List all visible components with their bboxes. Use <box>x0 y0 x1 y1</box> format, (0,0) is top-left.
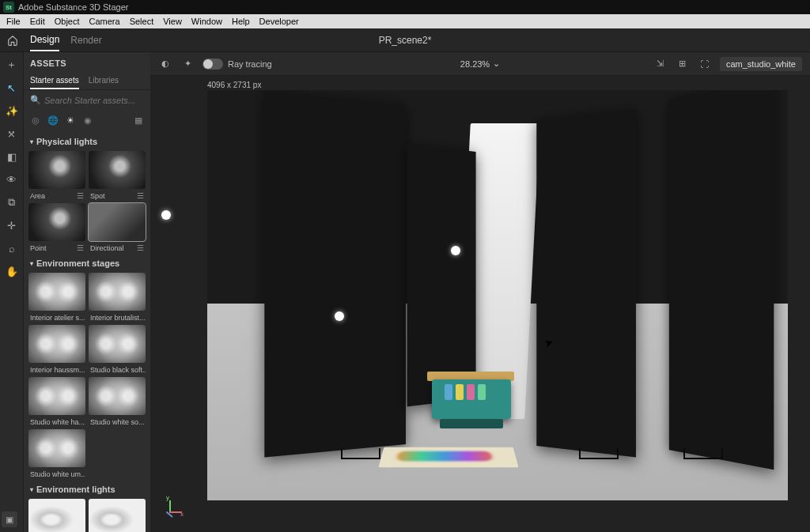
asset-card-env[interactable]: Studio white um...☰ <box>28 429 85 478</box>
chevron-down-icon: ⌄ <box>493 58 500 69</box>
scene-machine[interactable] <box>416 364 527 443</box>
assets-tabs: Starter assets Libraries <box>24 73 150 90</box>
menu-object[interactable]: Object <box>50 15 85 28</box>
select-arrow-icon[interactable]: ↖ <box>4 80 20 96</box>
raytracing-label: Ray tracing <box>228 59 272 69</box>
menu-edit[interactable]: Edit <box>25 15 50 28</box>
tool-strip: ＋ ↖ ✨ ⤧ ◧ 👁 ⧉ ✛ ⌕ ✋ ▣ <box>0 52 24 532</box>
chevron-down-icon: ▾ <box>30 138 33 145</box>
raytracing-toggle[interactable] <box>202 58 223 70</box>
viewport-toolbar: ◐ ✦ Ray tracing 28.23% ⌄ ⇲ ⊞ ⛶ cam_studi… <box>150 52 810 76</box>
assets-panel: ASSETS Starter assets Libraries 🔍 ◎ 🌐 ☀ … <box>24 52 150 532</box>
filter-spot-icon[interactable]: ◉ <box>82 115 93 126</box>
home-icon[interactable] <box>6 34 19 47</box>
eye-icon[interactable]: 👁 <box>4 172 20 187</box>
duplicate-icon[interactable]: ⧉ <box>4 194 20 210</box>
adjust-icon[interactable]: ☰ <box>77 191 84 200</box>
grid-icon[interactable]: ⊞ <box>676 57 690 71</box>
section-environment-lights[interactable]: ▾ Environment lights <box>27 478 147 499</box>
hand-icon[interactable]: ✋ <box>4 263 20 279</box>
mode-design[interactable]: Design <box>30 29 59 51</box>
thumb-area-light <box>28 151 85 189</box>
cube-icon[interactable]: ◧ <box>4 149 20 164</box>
thumb-point-light <box>28 203 85 241</box>
adjust-icon[interactable]: ☰ <box>145 417 146 426</box>
thumb-spot-light <box>89 151 146 189</box>
window-titlebar: St Adobe Substance 3D Stager <box>0 0 810 14</box>
maximize-icon[interactable]: ⛶ <box>698 57 712 71</box>
viewport[interactable]: 4096 x 2731 px <box>150 76 810 532</box>
tab-starter-assets[interactable]: Starter assets <box>30 73 79 89</box>
scene-stand <box>579 448 619 459</box>
search-tool-icon[interactable]: ⌕ <box>4 240 20 256</box>
scene-paper <box>379 447 519 467</box>
menu-camera[interactable]: Camera <box>85 15 125 28</box>
menu-help[interactable]: Help <box>227 15 255 28</box>
adjust-icon[interactable]: ☰ <box>85 417 85 426</box>
menu-file[interactable]: File <box>2 15 25 28</box>
scene-flag <box>668 90 773 470</box>
camera-dropdown[interactable]: cam_studio_white <box>720 57 802 71</box>
filter-swirl-icon[interactable]: ◎ <box>30 115 41 126</box>
section-title: Environment stages <box>36 258 119 268</box>
vt-wire-icon[interactable]: ✦ <box>180 57 195 71</box>
assets-filter-row: ◎ 🌐 ☀ ◉ ▦ <box>24 110 150 130</box>
render-dimensions: 4096 x 2731 px <box>207 81 261 89</box>
section-title: Physical lights <box>36 137 97 146</box>
section-physical-lights[interactable]: ▾ Physical lights <box>27 130 147 151</box>
menu-view[interactable]: View <box>158 15 187 28</box>
magic-wand-icon[interactable]: ✨ <box>4 103 20 119</box>
filter-sun-icon[interactable]: ☀ <box>65 115 76 126</box>
menubar: File Edit Object Camera Select View Wind… <box>0 14 810 28</box>
modebar: Design Render PR_scene2* <box>0 28 810 52</box>
menu-select[interactable]: Select <box>125 15 159 28</box>
adjust-icon[interactable]: ☰ <box>137 243 144 252</box>
assets-search-input[interactable] <box>44 96 144 105</box>
scene-light-gizmo[interactable] <box>161 210 171 220</box>
scene-flag <box>265 92 406 458</box>
asset-card-env[interactable]: Interior atelier s...☰ <box>28 273 85 322</box>
asset-card-env[interactable]: Interior brutalist...☰ <box>89 273 146 322</box>
asset-card-spot[interactable]: Spot☰ <box>89 151 146 200</box>
plus-move-icon[interactable]: ✛ <box>4 217 20 233</box>
asset-card-directional[interactable]: Directional☰ <box>89 203 146 252</box>
menu-developer[interactable]: Developer <box>255 15 304 28</box>
snap-icon[interactable]: ⇲ <box>653 57 668 71</box>
asset-card-env[interactable]: Studio black soft...☰ <box>89 325 146 374</box>
viewport-area: ◐ ✦ Ray tracing 28.23% ⌄ ⇲ ⊞ ⛶ cam_studi… <box>150 52 810 532</box>
add-icon[interactable]: ＋ <box>4 57 20 73</box>
axis-gizmo[interactable]: y x <box>161 497 182 518</box>
vt-sphere-icon[interactable]: ◐ <box>158 57 172 71</box>
adjust-icon[interactable]: ☰ <box>137 191 144 200</box>
search-icon: 🔍 <box>30 95 41 105</box>
render-canvas[interactable]: ➤ <box>207 90 788 500</box>
zoom-dropdown[interactable]: 28.23% ⌄ <box>460 58 500 69</box>
assets-header: ASSETS <box>24 52 150 73</box>
section-environment-stages[interactable]: ▾ Environment stages <box>27 252 147 273</box>
document-title: PR_scene2* <box>379 35 432 46</box>
asset-card-env[interactable]: Studio white ha...☰ <box>28 377 85 426</box>
asset-card-envlight[interactable]: Square☰ <box>89 499 146 532</box>
section-title: Environment lights <box>36 485 115 494</box>
chevron-down-icon: ▾ <box>30 260 33 267</box>
chevron-down-icon: ▾ <box>30 486 33 493</box>
asset-card-point[interactable]: Point☰ <box>28 203 85 252</box>
panel-toggle-icon[interactable]: ▣ <box>2 511 17 527</box>
tab-libraries[interactable]: Libraries <box>89 73 119 89</box>
scene-stand <box>683 448 723 459</box>
asset-card-envlight[interactable]: Circle☰ <box>28 499 85 532</box>
filter-globe-icon[interactable]: 🌐 <box>47 115 59 126</box>
asset-card-area[interactable]: Area☰ <box>28 151 85 200</box>
assets-scroll[interactable]: ▾ Physical lights Area☰ Spot☰ Point☰ <box>24 130 150 532</box>
layout-grid-icon[interactable]: ▦ <box>133 115 144 126</box>
app-icon: St <box>3 2 14 13</box>
thumb-directional-light <box>89 203 146 241</box>
scene-stand <box>341 448 380 459</box>
menu-window[interactable]: Window <box>187 15 227 28</box>
assets-search[interactable]: 🔍 <box>30 95 144 105</box>
asset-card-env[interactable]: Interior haussm...☰ <box>28 325 85 374</box>
adjust-icon[interactable]: ☰ <box>77 243 84 252</box>
mode-render[interactable]: Render <box>70 30 101 51</box>
asset-card-env[interactable]: Studio white so...☰ <box>89 377 146 426</box>
transform-icon[interactable]: ⤧ <box>4 126 20 141</box>
